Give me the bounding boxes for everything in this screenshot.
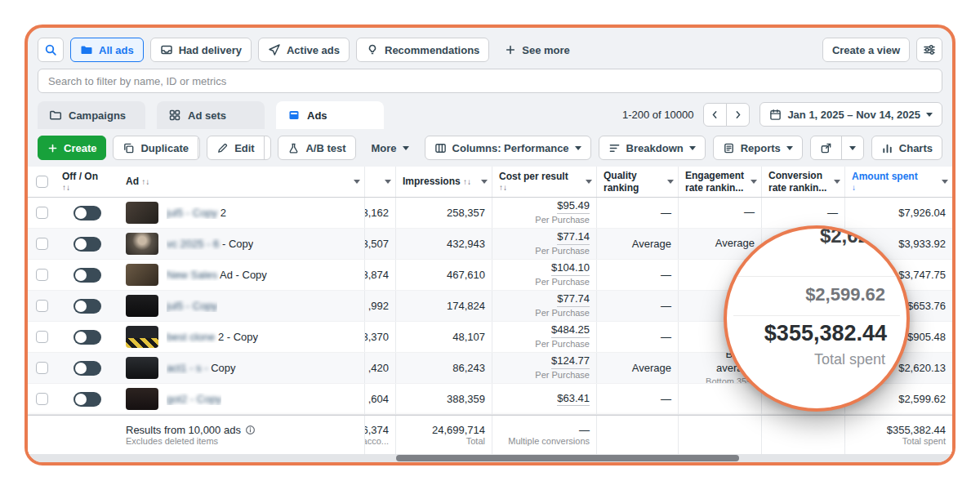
row-checkbox[interactable] [36,300,48,312]
create-a-view-button[interactable]: Create a view [822,38,910,62]
ad-toggle[interactable] [74,237,101,252]
summary-results-title-cell: Results from 10,000 ads Excludes deleted… [119,416,364,454]
magnified-caption: Total spent [814,351,885,368]
row-toggle-cell [56,353,119,383]
columns-button[interactable]: Columns: Performance [425,136,591,160]
ad-name-link[interactable]: New Sales Ad - Copy [167,269,267,281]
chevron-down-icon[interactable] [481,180,488,184]
chevron-down-icon[interactable] [354,180,360,184]
row-toggle-cell [56,198,119,228]
filter-chip-active-ads[interactable]: Active ads [258,38,350,62]
duplicate-button[interactable]: Duplicate [114,136,198,159]
filter-chip-see-more[interactable]: See more [496,38,579,62]
ad-name-link[interactable]: act1 - s - Copy [167,362,236,374]
ad-thumbnail [126,326,158,348]
chevron-down-icon[interactable] [751,180,757,184]
search-input[interactable] [38,69,942,93]
info-icon[interactable] [245,425,256,435]
reports-button[interactable]: Reports [713,136,803,160]
filters-button[interactable] [916,38,942,62]
charts-button[interactable]: Charts [871,136,942,160]
impressions-cell: 86,243 [395,353,492,383]
cost-per-result-cell: $484.25 Per Purchase [492,322,596,352]
breakdown-button[interactable]: Breakdown [599,136,706,160]
bulb-icon [366,43,379,56]
ad-toggle[interactable] [74,299,101,314]
ad-toggle[interactable] [74,206,101,220]
ab-test-button[interactable]: A/B test [278,136,355,160]
tab-campaigns[interactable]: Campaigns [38,101,145,129]
ad-thumbnail [126,264,158,286]
chevron-down-icon [786,146,793,150]
column-header-results[interactable] [364,167,395,197]
row-checkbox[interactable] [36,238,48,250]
sort-arrows-icon: ↑↓ [499,183,568,193]
row-checkbox-cell [28,260,56,290]
create-a-view-label: Create a view [832,44,900,56]
search-filter-button[interactable] [38,38,64,62]
summary-spent-total: $355,382.44 Total spent [844,416,952,454]
date-range-button[interactable]: Jan 1, 2025 – Nov 14, 2025 [760,102,942,127]
column-header-amount-spent[interactable]: Amount spent ↓ [844,167,952,197]
chevron-down-icon[interactable] [586,180,592,184]
column-header-off-on[interactable]: Off / On ↑↓ [56,167,119,197]
select-all-checkbox[interactable] [36,176,48,188]
chevron-down-icon[interactable] [385,180,391,184]
tab-ads[interactable]: Ads [276,101,384,129]
magnifier-divider [733,276,900,277]
conversion-header-label: Conversion rate rankin... [768,170,832,194]
export-menu-button[interactable] [841,136,863,159]
row-checkbox[interactable] [36,362,48,374]
filter-bar: All ads Had delivery Active ads Recommen… [28,28,952,69]
more-button[interactable]: More [363,136,418,160]
chevron-down-icon[interactable] [942,180,948,184]
plus-icon [505,44,516,56]
cost-per-result-cell: $77.14 Per Purchase [492,229,596,259]
filter-chip-recommendations[interactable]: Recommendations [356,38,489,62]
ad-name-link[interactable]: jul5 - Copy [167,300,217,312]
next-page-button[interactable] [726,103,750,127]
pagination-label: 1-200 of 10000 [622,109,693,121]
column-header-quality-ranking[interactable]: Quality ranking [596,167,678,197]
row-checkbox[interactable] [36,331,48,343]
chevron-down-icon [689,146,696,150]
prev-page-button[interactable] [703,103,727,127]
scrollbar-thumb[interactable] [396,455,739,461]
ad-toggle[interactable] [74,361,101,376]
row-checkbox[interactable] [36,269,48,281]
ad-toggle[interactable] [74,268,101,283]
impressions-cell: 467,610 [395,260,492,290]
row-checkbox[interactable] [36,207,48,219]
filter-chip-had-delivery[interactable]: Had delivery [150,38,252,62]
edit-button[interactable]: Edit [207,136,264,159]
chevron-down-icon[interactable] [667,180,674,184]
create-button[interactable]: Create [38,136,106,160]
column-header-ad[interactable]: Ad ↑↓ [119,167,364,197]
ad-toggle[interactable] [74,392,101,407]
chevron-left-icon [710,109,720,120]
cost-per-result-cell: $124.77 Per Purchase [492,353,596,383]
row-checkbox[interactable] [36,393,48,405]
column-header-cost-per-result[interactable]: Cost per result ↑↓ [492,167,596,197]
tab-ad-sets[interactable]: Ad sets [157,101,265,129]
folder-icon [80,43,93,56]
column-header-conversion-ranking[interactable]: Conversion rate rankin... [761,167,844,197]
export-button[interactable] [811,136,841,159]
screenshot-stage: All ads Had delivery Active ads Recommen… [0,0,980,490]
edit-menu-button[interactable] [264,136,272,159]
ad-name-link[interactable]: got2 - Copy [167,393,221,405]
paper-plane-icon [268,43,281,56]
chevron-down-icon [575,146,581,150]
ad-name-link[interactable]: jul5 - Copy 2 [167,207,226,219]
duplicate-menu-button[interactable] [198,136,200,159]
ad-name-link[interactable]: vc 2025 - 6 - Copy [167,238,253,250]
ad-name-link[interactable]: best clone 2 - Copy [167,331,258,343]
column-header-impressions[interactable]: Impressions ↑↓ [395,167,492,197]
ad-cell: got2 - Copy [119,384,364,414]
toolbar: Create Duplicate Edit A/B [28,129,952,167]
horizontal-scrollbar[interactable] [28,454,952,462]
ad-toggle[interactable] [74,330,101,345]
column-header-engagement-ranking[interactable]: Engagement rate rankin... [678,167,761,197]
filter-chip-all-ads[interactable]: All ads [70,38,144,62]
chevron-down-icon[interactable] [834,180,840,184]
